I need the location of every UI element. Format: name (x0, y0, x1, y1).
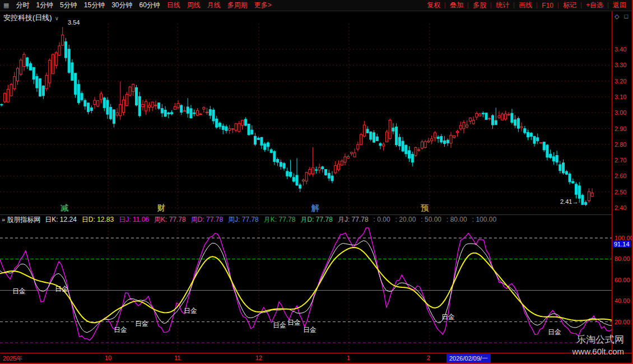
price-axis-label: 2.40 (615, 204, 626, 211)
window-icon[interactable]: ▦ (0, 2, 12, 9)
toolbar-action-标记[interactable]: 标记 (560, 1, 580, 10)
indicator-value: 月K: 77.78 (264, 216, 296, 223)
axis-divider-line (612, 11, 612, 353)
price-axis-label: 2.70 (615, 157, 626, 164)
price-axis-label: 3.00 (615, 109, 626, 116)
toolbar-item-日线[interactable]: 日线 (164, 1, 184, 10)
price-axis: 3.403.303.203.103.002.902.802.702.602.50… (612, 11, 632, 214)
indicator-value: : 20.00 (395, 216, 416, 223)
toolbar-actions-group: 复权叠加多股统计画线F10标记+自选返回 (423, 1, 632, 10)
golden-cross-label: 日金 (441, 312, 455, 322)
golden-cross-label: 日金 (135, 319, 148, 329)
arrow-right-icon: → (572, 198, 578, 205)
low-annotation-value: 2.41 (560, 198, 572, 205)
toolbar-separator (558, 2, 558, 8)
indicator-header: » 股朋指标网 日K: 12.24日D: 12.83日J: 11.06周K: 7… (0, 214, 612, 224)
toolbar-separator (445, 2, 445, 8)
time-axis-label: 11 (174, 354, 180, 361)
toolbar-item-1分钟[interactable]: 1分钟 (32, 1, 57, 10)
toolbar-separator (514, 2, 514, 8)
time-axis-label: 2025年 (3, 354, 22, 363)
indicator-axis: 91.14 100.0080.0060.0040.0020.00 (612, 224, 632, 353)
price-axis-label: 3.10 (615, 94, 626, 100)
toolbar-action-叠加[interactable]: 叠加 (446, 1, 467, 10)
toolbar-item-分时[interactable]: 分时 (12, 1, 32, 10)
indicator-value: : 0.00 (374, 216, 390, 223)
toolbar-period-group: 分时1分钟5分钟15分钟30分钟60分钟日线周线月线多周期更多> (12, 1, 274, 10)
toolbar-item-15分钟[interactable]: 15分钟 (81, 1, 108, 10)
indicator-value: 日J: 11.06 (119, 216, 149, 223)
toolbar-item-更多>[interactable]: 更多> (251, 1, 275, 10)
high-annotation: 3.54 (68, 19, 80, 26)
indicator-values: 日K: 12.24日D: 12.83日J: 11.06周K: 77.78周D: … (45, 215, 501, 225)
golden-cross-label: 日金 (287, 318, 301, 328)
main-chart[interactable]: 安控科技(日线) ∨ 3.54 2.41→ 减财解预 (0, 11, 612, 214)
toolbar-action-返回[interactable]: 返回 (609, 1, 630, 10)
window-mode-icon[interactable]: □ (624, 13, 628, 20)
time-axis-label: 10 (105, 354, 111, 361)
golden-cross-label: 日金 (548, 328, 561, 337)
time-axis-label: 1 (347, 354, 350, 361)
low-annotation: 2.41→ (560, 198, 578, 205)
toolbar-separator (608, 2, 608, 8)
time-axis-label: 2 (427, 354, 430, 361)
toolbar-action-多股[interactable]: 多股 (469, 1, 490, 10)
toolbar-item-周线[interactable]: 周线 (184, 1, 204, 10)
toolbar-action-统计[interactable]: 统计 (492, 1, 513, 10)
toolbar-separator (581, 2, 581, 8)
price-axis-label: 2.90 (615, 125, 626, 132)
toolbar-item-多周期[interactable]: 多周期 (224, 1, 251, 10)
indicator-value: 周K: 77.78 (154, 216, 186, 223)
toolbar-separator (537, 2, 537, 8)
indicator-value: : 50.00 (421, 216, 441, 223)
indicator-value: 月D: 77.78 (301, 216, 333, 223)
time-axis-label: 12 (255, 354, 262, 361)
indicator-value: 周J: 77.78 (228, 216, 259, 223)
indicator-value: 日K: 12.24 (45, 216, 77, 223)
golden-cross-label: 日金 (114, 325, 127, 335)
indicator-value: : 80.00 (446, 216, 467, 223)
price-axis-label: 2.50 (615, 189, 626, 195)
toolbar: ▦ 分时1分钟5分钟15分钟30分钟60分钟日线周线月线多周期更多> 复权叠加多… (0, 0, 632, 11)
indicator-panel[interactable]: 日金日金日金日金日金日金日金日金日金日金 (0, 224, 612, 353)
toolbar-item-60分钟[interactable]: 60分钟 (136, 1, 164, 10)
diamond-icon[interactable]: ◇ (615, 13, 619, 20)
indicator-axis-label: 60.00 (615, 277, 630, 283)
golden-cross-label: 日金 (12, 287, 26, 296)
golden-cross-label: 日金 (273, 321, 286, 330)
expand-arrow-icon[interactable]: » (0, 216, 7, 223)
chart-title: 安控科技(日线) (3, 13, 52, 23)
chart-title-row: 安控科技(日线) ∨ (3, 13, 59, 23)
price-axis-label: 3.40 (615, 46, 626, 53)
price-axis-label: 3.20 (615, 78, 626, 85)
toolbar-item-5分钟[interactable]: 5分钟 (57, 1, 81, 10)
indicator-value: 周D: 77.78 (191, 216, 223, 223)
price-axis-label: 3.30 (615, 62, 626, 68)
time-axis-border (0, 353, 633, 353)
toolbar-action-F10[interactable]: F10 (538, 2, 557, 10)
indicator-value: 月J: 77.78 (338, 216, 369, 223)
indicator-axis-label: 80.00 (615, 255, 630, 262)
golden-cross-label: 日金 (184, 306, 197, 316)
toolbar-item-30分钟[interactable]: 30分钟 (108, 1, 136, 10)
price-axis-label: 2.60 (615, 172, 626, 179)
candlestick-svg (0, 11, 612, 214)
indicator-name[interactable]: 股朋指标网 (7, 215, 40, 225)
toolbar-action-复权[interactable]: 复权 (423, 1, 444, 10)
high-annotation-value: 3.54 (68, 19, 80, 26)
toolbar-separator (491, 2, 491, 8)
toolbar-item-月线[interactable]: 月线 (204, 1, 224, 10)
indicator-cursor-value: 91.14 (613, 241, 631, 248)
toolbar-action-画线[interactable]: 画线 (515, 1, 536, 10)
chevron-down-icon[interactable]: ∨ (55, 15, 59, 21)
indicator-value: 日D: 12.83 (82, 216, 114, 223)
toolbar-action-+自选[interactable]: +自选 (583, 1, 607, 10)
indicator-axis-label: 40.00 (615, 297, 630, 304)
chart-corner-icons: ◇□ (615, 13, 628, 20)
toolbar-separator (468, 2, 468, 8)
golden-cross-label: 日金 (303, 325, 316, 335)
cursor-date-badge: 2026/02/09/一 (446, 354, 491, 363)
price-axis-label: 2.80 (615, 141, 626, 148)
indicator-axis-label: 20.00 (615, 319, 630, 325)
indicator-value: : 100.00 (472, 216, 496, 223)
